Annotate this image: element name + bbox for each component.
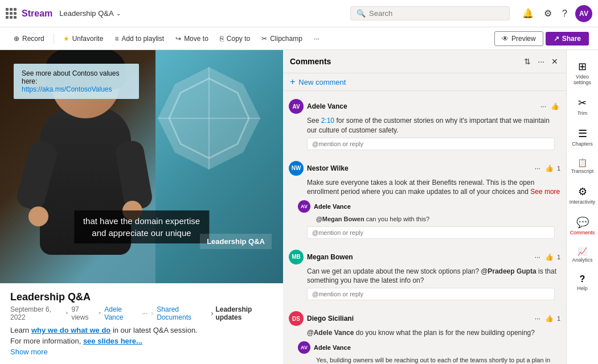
more-options-button[interactable]: ··· <box>309 32 324 46</box>
sidebar-item-label: Chapters <box>572 141 593 147</box>
record-icon: ⊕ <box>14 35 19 43</box>
search-bar[interactable]: 🔍 <box>350 6 510 20</box>
settings-icon[interactable]: ⚙ <box>542 6 554 21</box>
waffle-menu[interactable] <box>6 8 17 19</box>
like-count: 1 <box>557 165 560 172</box>
avatar: DS <box>289 311 304 326</box>
avatar[interactable]: AV <box>575 5 592 22</box>
sub-comment-body: Yes, building owners will be reaching ou… <box>298 356 560 364</box>
comment-actions: ··· 👍 1 <box>534 163 560 173</box>
playlist-icon: ≡ <box>114 35 118 43</box>
comment-more-icon[interactable]: ··· <box>539 101 547 111</box>
star-icon: ★ <box>63 35 69 43</box>
comment-item: MB Megan Bowen ··· 👍 1 Can we get an upd… <box>283 245 566 307</box>
comment-author: Megan Bowen <box>307 253 530 261</box>
sidebar-item-transcript[interactable]: 📋 Transcript <box>567 152 598 180</box>
see-more-link[interactable]: See more <box>530 188 560 196</box>
help-icon: ? <box>580 274 585 284</box>
sort-icon[interactable]: ⇅ <box>523 56 532 67</box>
comment-top: NW Nestor Wilke ··· 👍 1 <box>289 161 560 176</box>
new-comment-button[interactable]: + New comment <box>283 73 566 91</box>
top-nav: Stream Leadership Q&A ⌄ 🔍 🔔 ⚙ ? AV <box>0 0 598 27</box>
comment-list: AV Adele Vance ··· 👍 See 2:10 for some o… <box>283 91 566 364</box>
sidebar-item-label: Transcript <box>571 168 594 174</box>
comments-icon: 💬 <box>576 216 589 229</box>
slides-link[interactable]: see slides here... <box>83 337 142 345</box>
sub-comment-top: AV Adele Vance <box>298 341 560 354</box>
sidebar-item-comments[interactable]: 💬 Comments <box>567 210 598 241</box>
clipchamp-icon: ✂ <box>261 35 267 43</box>
subtitle-line2: and appreciate our unique <box>83 227 200 239</box>
reply-input-wrap <box>289 135 560 154</box>
record-button[interactable]: ⊕ Record <box>9 32 49 46</box>
nav-icons: 🔔 ⚙ ? AV <box>520 5 592 22</box>
video-description: Learn why we do what we do in our latest… <box>10 326 273 334</box>
share-button[interactable]: ↗ Share <box>546 32 589 46</box>
sub-comment-top: AV Adele Vance <box>298 200 560 213</box>
reply-input[interactable] <box>307 226 555 239</box>
like-icon[interactable]: 👍 <box>544 252 555 262</box>
sub-comment-body: @Megan Bowen can you help with this? <box>298 215 560 224</box>
comment-more-icon[interactable]: ··· <box>534 163 542 173</box>
desc-bold-link[interactable]: why we do what we do <box>31 326 110 334</box>
comment-actions: ··· 👍 <box>539 101 560 111</box>
reply-input-wrap <box>289 286 560 304</box>
breadcrumb-current: Leadership updates <box>215 305 273 321</box>
new-comment-label: New comment <box>298 78 346 86</box>
sidebar-item-help[interactable]: ? Help <box>567 268 598 297</box>
comments-header-icons: ⇅ ··· ✕ <box>523 56 559 67</box>
sub-comment: AV Adele Vance @Megan Bowen can you help… <box>289 200 560 224</box>
sidebar-item-interactivity[interactable]: ⚙ Interactivity <box>567 180 598 210</box>
comment-top: MB Megan Bowen ··· 👍 1 <box>289 250 560 264</box>
sidebar-item-analytics[interactable]: 📈 Analytics <box>567 241 598 268</box>
sidebar-item-video-settings[interactable]: ⊞ Video settings <box>567 55 598 91</box>
subtitles: that have the domain expertise and appre… <box>74 210 209 243</box>
avatar: NW <box>289 161 304 176</box>
shared-docs-link[interactable]: Shared Documents <box>157 305 208 321</box>
info-bubble-link[interactable]: https://aka.ms/ContosoValues <box>22 85 112 93</box>
comment-author: Diego Siciliani <box>307 315 530 322</box>
preview-button[interactable]: 👁 Preview <box>494 31 543 46</box>
comment-more-icon[interactable]: ··· <box>534 252 542 262</box>
analytics-icon: 📈 <box>577 247 587 256</box>
close-comments-icon[interactable]: ✕ <box>550 56 559 67</box>
avatar: AV <box>289 99 304 114</box>
like-count: 1 <box>557 254 560 260</box>
video-player[interactable]: See more about Contoso values here: http… <box>0 50 283 283</box>
unfavorite-button[interactable]: ★ Unfavorite <box>59 32 108 46</box>
chapters-icon: ☰ <box>578 127 587 140</box>
sub-comment: AV Adele Vance Yes, building owners will… <box>289 341 560 364</box>
copy-to-button[interactable]: ⎘ Copy to <box>215 32 255 46</box>
show-more-link[interactable]: Show more <box>10 348 273 356</box>
preview-icon: 👁 <box>502 35 509 43</box>
trim-icon: ✂ <box>578 97 587 109</box>
like-icon[interactable]: 👍 <box>544 163 555 173</box>
reply-input[interactable] <box>307 138 555 150</box>
like-icon[interactable]: 👍 <box>544 313 555 324</box>
comment-more-icon[interactable]: ··· <box>534 313 542 324</box>
avatar: AV <box>298 341 310 354</box>
more-options-icon[interactable]: ··· <box>536 56 546 67</box>
comment-author: Adele Vance <box>307 102 536 110</box>
like-icon[interactable]: 👍 <box>550 101 560 111</box>
search-icon: 🔍 <box>357 9 366 18</box>
comments-title: Comments <box>290 57 523 66</box>
timestamp-link[interactable]: 2:10 <box>321 117 334 125</box>
comment-actions: ··· 👍 1 <box>534 313 560 324</box>
interactivity-icon: ⚙ <box>578 185 587 198</box>
breadcrumb-title[interactable]: Leadership Q&A <box>59 9 113 18</box>
help-icon[interactable]: ? <box>560 6 570 21</box>
move-to-button[interactable]: ↪ Move to <box>171 32 213 46</box>
search-input[interactable] <box>369 9 503 18</box>
sidebar-item-trim[interactable]: ✂ Trim <box>567 91 598 122</box>
reply-input[interactable] <box>307 288 555 300</box>
video-author-link[interactable]: Adele Vance <box>104 305 138 321</box>
plus-icon: + <box>290 77 295 87</box>
notifications-icon[interactable]: 🔔 <box>520 6 536 21</box>
clipchamp-button[interactable]: ✂ Clipchamp <box>257 32 307 46</box>
add-to-playlist-button[interactable]: ≡ Add to playlist <box>110 32 169 46</box>
video-date: September 6, 2022 <box>10 305 62 321</box>
video-desc-link-line: For more information, see slides here... <box>10 337 273 345</box>
sidebar-item-chapters[interactable]: ☰ Chapters <box>567 122 598 152</box>
sidebar-item-label: Video settings <box>569 74 596 85</box>
